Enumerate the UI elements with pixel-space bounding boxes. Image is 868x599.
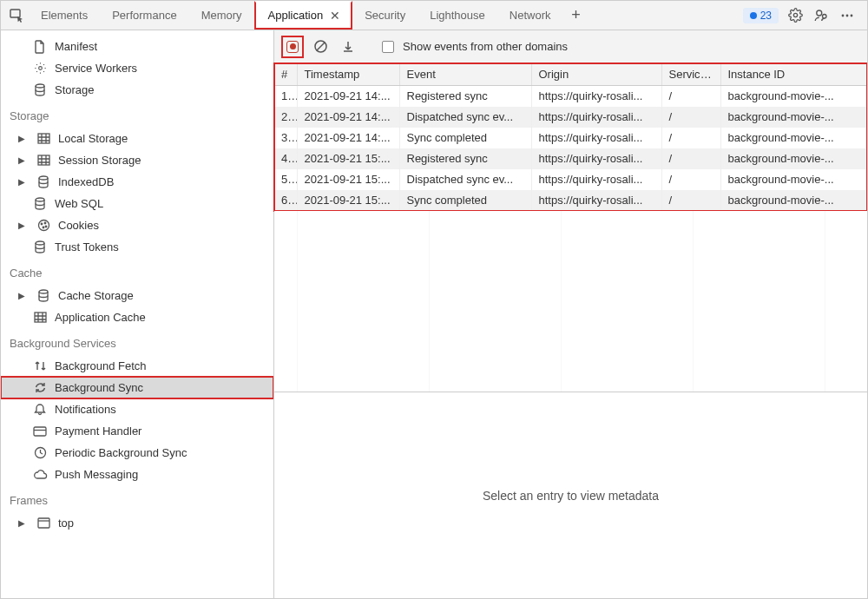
sidebar-item-websql[interactable]: Web SQL [1,193,273,214]
expand-arrow-icon: ▶ [18,155,29,165]
tab-network[interactable]: Network [497,1,563,30]
sidebar-label: Local Storage [58,132,128,145]
cell-sw: / [661,128,720,148]
main: Manifest Service Workers Storage Storage… [1,30,867,598]
inspect-element-icon[interactable] [4,3,29,28]
sidebar-item-indexeddb[interactable]: ▶ IndexedDB [1,171,273,193]
issues-badge[interactable]: 23 [743,8,779,23]
database-icon [32,197,48,210]
table-row[interactable]: 6.2021-09-21 15:...Sync completedhttps:/… [274,190,867,211]
settings-icon[interactable] [786,6,805,25]
issues-count: 23 [760,10,772,22]
sidebar-item-bg-fetch[interactable]: Background Fetch [1,355,273,377]
more-tabs-button[interactable]: + [562,6,589,24]
sidebar-label: Payment Handler [55,425,141,438]
close-icon[interactable]: ✕ [330,9,340,23]
tab-memory[interactable]: Memory [189,1,254,30]
sidebar-item-session-storage[interactable]: ▶ Session Storage [1,149,273,171]
cell-num: 3. [274,128,297,148]
cell-sw: / [661,169,720,190]
sidebar-item-trust-tokens[interactable]: Trust Tokens [1,236,273,258]
cell-origin: https://quirky-rosali... [531,190,661,211]
database-icon [32,83,48,96]
toolbar-right: 23 [743,6,864,25]
col-num[interactable]: # [274,63,297,86]
table-row[interactable]: 5.2021-09-21 15:...Dispatched sync ev...… [274,169,867,190]
sidebar-item-app-cache[interactable]: Application Cache [1,306,273,328]
sidebar-item-payment[interactable]: Payment Handler [1,420,273,442]
more-menu-icon[interactable] [838,6,857,25]
svg-rect-20 [35,313,46,322]
cell-event: Dispatched sync ev... [399,107,531,128]
col-sw[interactable]: Service ... [661,63,720,86]
cell-instance: background-movie-... [720,107,867,128]
cell-instance: background-movie-... [720,148,867,169]
col-event[interactable]: Event [399,63,531,86]
cell-timestamp: 2021-09-21 14:... [297,128,399,148]
sidebar-item-top-frame[interactable]: ▶ top [1,512,273,534]
table-row[interactable]: 2.2021-09-21 14:...Dispatched sync ev...… [274,107,867,128]
feedback-icon[interactable] [812,6,831,25]
cell-sw: / [661,86,720,107]
sidebar-group-bgservices: Background Services [1,328,273,355]
table-row[interactable]: 3.2021-09-21 14:...Sync completedhttps:/… [274,128,867,148]
tab-performance[interactable]: Performance [100,1,188,30]
cell-origin: https://quirky-rosali... [531,128,661,148]
svg-point-14 [41,223,43,225]
cell-instance: background-movie-... [720,190,867,211]
sidebar-item-push[interactable]: Push Messaging [1,464,273,485]
sidebar-item-local-storage[interactable]: ▶ Local Storage [1,128,273,149]
sidebar-item-service-workers[interactable]: Service Workers [1,57,273,79]
sidebar-item-storage[interactable]: Storage [1,79,273,101]
svg-point-6 [851,14,853,16]
tab-application[interactable]: Application ✕ [254,1,353,30]
svg-point-2 [817,10,822,16]
bell-icon [32,403,48,416]
sidebar-item-bg-sync[interactable]: Background Sync [1,377,273,398]
svg-rect-0 [10,10,20,17]
record-button[interactable] [283,37,302,56]
table-row[interactable]: 1.2021-09-21 14:...Registered synchttps:… [274,86,867,107]
sidebar-item-manifest[interactable]: Manifest [1,36,273,57]
cell-instance: background-movie-... [720,86,867,107]
sidebar-item-cookies[interactable]: ▶ Cookies [1,214,273,236]
table-empty-area [274,211,867,392]
clear-button[interactable] [311,37,330,56]
svg-point-11 [39,176,48,180]
cell-timestamp: 2021-09-21 15:... [297,190,399,211]
tab-lighthouse[interactable]: Lighthouse [418,1,497,30]
cell-timestamp: 2021-09-21 14:... [297,86,399,107]
sidebar-group-cache: Cache [1,258,273,285]
table-row[interactable]: 4.2021-09-21 15:...Registered synchttps:… [274,148,867,169]
tab-elements[interactable]: Elements [29,1,100,30]
col-origin[interactable]: Origin [531,63,661,86]
sidebar-item-cache-storage[interactable]: ▶ Cache Storage [1,285,273,306]
cell-event: Registered sync [399,86,531,107]
col-instance[interactable]: Instance ID [720,63,867,86]
cell-origin: https://quirky-rosali... [531,86,661,107]
sync-icon [32,381,48,394]
expand-arrow-icon: ▶ [18,518,29,528]
cell-instance: background-movie-... [720,169,867,190]
details-placeholder: Select an entry to view metadata [483,489,659,503]
save-button[interactable] [339,37,358,56]
sidebar-label: Periodic Background Sync [55,446,187,459]
col-timestamp[interactable]: Timestamp [297,63,399,86]
svg-rect-10 [38,155,49,165]
svg-point-18 [36,241,44,245]
sidebar-group-storage: Storage [1,101,273,128]
sidebar-label: Session Storage [58,154,141,167]
sidebar-item-notifications[interactable]: Notifications [1,398,273,420]
svg-point-19 [39,290,48,293]
sidebar-item-periodic-sync[interactable]: Periodic Background Sync [1,442,273,464]
tab-security[interactable]: Security [352,1,418,30]
cell-num: 5. [274,169,297,190]
show-other-label: Show events from other domains [403,40,568,53]
sidebar-label: Background Sync [55,381,143,394]
show-other-checkbox[interactable] [382,41,394,53]
cell-event: Dispatched sync ev... [399,169,531,190]
svg-point-8 [36,84,44,88]
document-icon [32,40,48,54]
table-icon [32,312,48,323]
tab-label: Security [365,9,405,22]
